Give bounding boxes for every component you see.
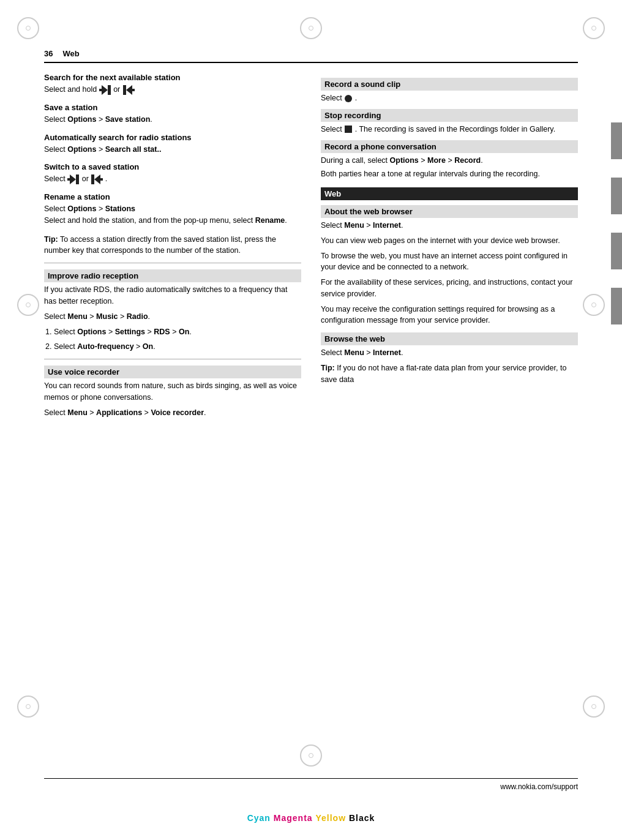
next-icon-2 xyxy=(91,174,103,184)
reg-mark-top-right xyxy=(583,17,605,39)
section-voice-recorder-header: Use voice recorder xyxy=(44,366,301,378)
svg-marker-4 xyxy=(126,85,132,95)
page-header: 36 Web xyxy=(44,49,578,63)
section-auto-search-title: Automatically search for radio stations xyxy=(44,133,301,142)
section-voice-recorder-body1: You can record sounds from nature, such … xyxy=(44,380,301,403)
section-search-station-title: Search for the next available station xyxy=(44,73,301,82)
content-area: 36 Web Search for the next available sta… xyxy=(44,49,578,742)
section-about-web-header: About the web browser xyxy=(321,205,578,218)
page-wrapper: 36 Web Search for the next available sta… xyxy=(0,0,622,840)
section-browse-web-menu: Select Menu > Internet. xyxy=(321,347,578,359)
svg-rect-13 xyxy=(345,126,352,133)
col-left: Search for the next available station Se… xyxy=(44,73,301,419)
svg-rect-0 xyxy=(99,89,102,91)
svg-marker-10 xyxy=(94,174,100,184)
svg-rect-8 xyxy=(76,174,79,184)
page-footer: www.nokia.com/support xyxy=(44,778,578,791)
reg-mark-top-center xyxy=(300,17,322,39)
section-record-phone-header: Record a phone conversation xyxy=(321,140,578,153)
svg-marker-1 xyxy=(102,85,108,95)
stop-icon xyxy=(344,125,353,133)
section-stop-recording-header: Stop recording xyxy=(321,109,578,122)
reg-mark-bot-right xyxy=(583,696,605,718)
next-icon xyxy=(122,85,135,95)
section-browse-web-tip: Tip: If you do not have a flat-rate data… xyxy=(321,362,578,386)
section-save-station-title: Save a station xyxy=(44,103,301,112)
color-bar: Cyan Magenta Yellow Black xyxy=(247,813,375,823)
reg-mark-bottom xyxy=(300,744,322,767)
svg-rect-2 xyxy=(108,85,111,95)
svg-rect-6 xyxy=(67,178,70,181)
footer-url: www.nokia.com/support xyxy=(500,782,578,791)
section-about-web-para3: For the availability of these services, … xyxy=(321,277,578,300)
color-black-label: Black xyxy=(349,813,375,823)
section-save-station: Save a station Select Options > Save sta… xyxy=(44,103,301,126)
section-switch-station-body: Select or . xyxy=(44,173,301,185)
divider-1 xyxy=(44,263,301,263)
page-title-header: Web xyxy=(62,49,79,58)
svg-point-12 xyxy=(345,95,352,102)
section-about-web-para2: To browse the web, you must have an inte… xyxy=(321,250,578,274)
section-about-web-para4: You may receive the configuration settin… xyxy=(321,304,578,327)
section-stop-recording-body: Select . The recording is saved in the R… xyxy=(321,124,578,135)
reg-mark-bot-left xyxy=(17,696,39,718)
page-number: 36 xyxy=(44,49,53,58)
section-rename-station: Rename a station Select Options > Statio… xyxy=(44,192,301,227)
section-record-clip-body: Select . xyxy=(321,92,578,104)
section-improve-radio-body: If you activate RDS, the radio automatic… xyxy=(44,284,301,307)
reg-mark-mid-left xyxy=(17,294,39,316)
section-about-web-menu: Select Menu > Internet. xyxy=(321,220,578,231)
color-cyan-label: Cyan xyxy=(247,813,271,823)
section-switch-station-title: Switch to a saved station xyxy=(44,162,301,171)
section-rename-station-body2: Select and hold the station, and from th… xyxy=(44,215,301,227)
color-magenta-label: Magenta xyxy=(274,813,313,823)
reg-mark-mid-right xyxy=(583,294,605,316)
section-switch-station: Switch to a saved station Select or xyxy=(44,162,301,185)
section-auto-search-body: Select Options > Search all stat.. xyxy=(44,144,301,156)
col-right: Record a sound clip Select . Stop record… xyxy=(321,73,578,419)
color-yellow-label: Yellow xyxy=(315,813,346,823)
section-save-station-body: Select Options > Save station. xyxy=(44,114,301,126)
section-browse-web-header: Browse the web xyxy=(321,332,578,345)
record-icon xyxy=(344,94,353,103)
svg-marker-7 xyxy=(70,174,76,184)
tip-box: Tip: To access a station directly from t… xyxy=(44,234,301,257)
side-tab-3 xyxy=(611,233,622,269)
prev-icon-2 xyxy=(67,174,80,184)
side-tab-4 xyxy=(611,288,622,324)
section-improve-radio-body2: Select Menu > Music > Radio. xyxy=(44,311,301,323)
section-about-web-para1: You can view web pages on the internet w… xyxy=(321,235,578,247)
section-search-station: Search for the next available station Se… xyxy=(44,73,301,96)
reg-mark-top-left xyxy=(17,17,39,39)
svg-rect-9 xyxy=(100,178,103,181)
svg-rect-5 xyxy=(123,85,126,95)
section-web-header: Web xyxy=(321,187,578,200)
list-item: Select Auto-frequency > On. xyxy=(54,340,301,353)
side-tab-1 xyxy=(611,122,622,159)
section-search-station-body: Select and hold or xyxy=(44,84,301,96)
svg-rect-11 xyxy=(91,174,94,184)
section-rename-station-body1: Select Options > Stations xyxy=(44,203,301,215)
section-voice-recorder-body2: Select Menu > Applications > Voice recor… xyxy=(44,407,301,419)
section-record-phone-body1: During a call, select Options > More > R… xyxy=(321,155,578,167)
section-record-clip-header: Record a sound clip xyxy=(321,78,578,91)
section-auto-search: Automatically search for radio stations … xyxy=(44,133,301,156)
divider-2 xyxy=(44,359,301,359)
section-improve-radio-header: Improve radio reception xyxy=(44,269,301,282)
svg-rect-3 xyxy=(132,89,135,91)
section-rename-station-title: Rename a station xyxy=(44,192,301,201)
improve-radio-list: Select Options > Settings > RDS > On. Se… xyxy=(54,326,301,353)
prev-icon xyxy=(99,85,111,95)
list-item: Select Options > Settings > RDS > On. xyxy=(54,326,301,338)
side-tab-2 xyxy=(611,178,622,214)
section-record-phone-body2: Both parties hear a tone at regular inte… xyxy=(321,168,578,180)
two-col-layout: Search for the next available station Se… xyxy=(44,73,578,419)
